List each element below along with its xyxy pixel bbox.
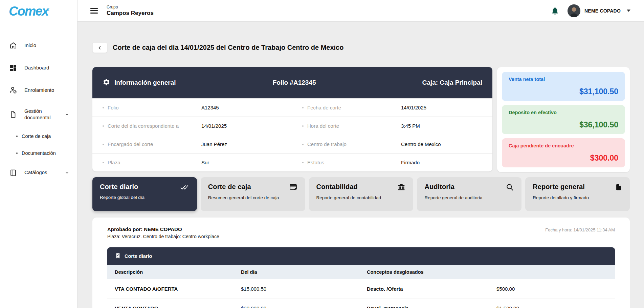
info-row: Plaza Sur Estatus Firmado [92, 153, 492, 171]
card-label: Caja pendiente de encuadre [509, 143, 618, 148]
table-row: VENTA CONTADO $20,000.00 Devol. mercanci… [107, 299, 615, 308]
info-value: 3:45 PM [401, 123, 482, 129]
sidebar-subitem-label: Corte de caja [22, 134, 51, 139]
caret-down-icon [627, 9, 630, 12]
table-title: Corte diario [125, 253, 152, 259]
person-check-icon [9, 86, 18, 95]
info-panel-title: Información general [114, 79, 176, 86]
bullet-dot [16, 136, 18, 137]
info-row: Folio A12345 Fecha de corte 14/01/2025 [92, 98, 492, 117]
row-descripcion: VENTA CONTADO [115, 305, 241, 308]
sidebar-item-gestion-documental[interactable]: Gestión documental [0, 101, 77, 128]
tab-corte-de-caja[interactable]: Corte de caja Resumen general del corte … [201, 177, 305, 211]
report-tabs: Corte diario Reporte global del día Cort… [92, 177, 630, 211]
comex-logo: Comex. [0, 0, 77, 19]
tab-corte-diario[interactable]: Corte diario Reporte global del día [92, 177, 197, 211]
book-icon [9, 168, 18, 177]
group-label: Grupo [107, 5, 154, 9]
approved-by: Aprobado por: NEME COPADO [107, 226, 219, 232]
column-header: Del día [241, 269, 367, 275]
top-header: Grupo Campos Reyeros NEME COPADO [77, 0, 644, 22]
sidebar-item-catalogos[interactable]: Catálogos [0, 162, 77, 184]
group-name: Campos Reyeros [107, 10, 154, 17]
info-value: A12345 [201, 105, 302, 110]
group-block: Grupo Campos Reyeros [107, 5, 154, 17]
sidebar-item-label: Gestión documental [24, 108, 58, 121]
user-name: NEME COPADO [584, 8, 621, 14]
row-del-dia: $15,000.50 [241, 286, 367, 292]
table-header-row: Descripción Del día Conceptos desglosado… [107, 265, 615, 279]
sidebar-item-corte-de-caja[interactable]: Corte de caja [0, 128, 77, 145]
bookmark-icon [615, 183, 622, 191]
info-label: Plaza [103, 160, 201, 165]
sidebar-item-enrolamiento[interactable]: Enrolamiento [0, 79, 77, 101]
sidebar-item-label: Dashboard [24, 65, 49, 71]
sidebar-nav: Inicio Dashboard Enrolamiento Gestión do… [0, 34, 77, 184]
info-panel-header: Información general Folio #A12345 Caja: … [92, 67, 492, 98]
info-value: Firmado [401, 160, 482, 165]
bullet-dot [16, 152, 18, 154]
info-label: Hora del corte [302, 123, 401, 129]
info-label: Estatus [302, 160, 401, 165]
tab-contabilidad[interactable]: Contabilidad Reporte general de contabil… [309, 177, 414, 211]
document-icon [9, 110, 18, 119]
gear-icon [103, 78, 110, 87]
info-value: Juan Pérez [201, 141, 302, 147]
info-panel: Información general Folio #A12345 Caja: … [92, 67, 492, 171]
row-descripcion: VTA CONTADO A/OFERTA [115, 286, 241, 292]
info-value: Sur [201, 160, 302, 165]
tab-reporte-general[interactable]: Reporte general Reporte detallado y firm… [525, 177, 630, 211]
back-button[interactable] [92, 42, 107, 53]
column-header: Conceptos desglosados [367, 269, 496, 275]
double-check-icon [179, 183, 190, 191]
sidebar-subitem-label: Documentación [22, 150, 56, 156]
folio-header: Folio #A12345 [231, 79, 357, 86]
sidebar-item-dashboard[interactable]: Dashboard [0, 57, 77, 79]
row-monto: $500.00 [496, 286, 607, 292]
column-header: Descripción [115, 269, 241, 275]
sidebar-item-label: Enrolamiento [24, 87, 54, 94]
info-label: Fecha de corte [302, 105, 401, 110]
bank-icon [397, 183, 406, 191]
info-label: Folio [103, 105, 201, 110]
summary-panel: Venta neta total $31,100.50 Deposito en … [497, 67, 630, 172]
card-value: $36,100.50 [509, 120, 618, 129]
card-label: Deposito en efectivo [509, 110, 618, 115]
info-value: Centro de Mexico [401, 141, 482, 147]
card-label: Venta neta total [509, 77, 618, 82]
sidebar-item-inicio[interactable]: Inicio [0, 34, 77, 57]
caja-pendiente-card: Caja pendiente de encuadre $300.00 [502, 138, 625, 167]
row-concepto: Descto. /Oferta [367, 286, 496, 292]
info-value: 14/01/2025 [201, 123, 302, 129]
deposito-efectivo-card: Deposito en efectivo $36,100.50 [502, 105, 625, 134]
row-concepto: Devol. mercancia [367, 305, 496, 308]
info-label: Corte del día correspondiente a [103, 123, 201, 129]
row-monto: $1,500.00 [496, 305, 607, 308]
sidebar-item-label: Inicio [24, 42, 36, 49]
card-value: $31,100.50 [509, 87, 618, 96]
chevron-up-icon [64, 112, 70, 117]
sidebar: Comex. Inicio Dashboard Enrolamiento Ges… [0, 0, 77, 308]
bookmark-check-icon [115, 252, 121, 261]
hamburger-menu-icon[interactable] [90, 8, 98, 14]
location-line: Plaza: Veracruz. Centro de trabajo: Cent… [107, 234, 219, 239]
chevron-down-icon [64, 170, 70, 176]
home-icon [9, 41, 18, 50]
main-content: Corte de caja del día 14/01/2025 del Cen… [77, 0, 644, 308]
title-row: Corte de caja del día 14/01/2025 del Cen… [92, 42, 630, 53]
dashboard-icon [9, 63, 18, 72]
user-menu[interactable]: NEME COPADO [568, 4, 630, 17]
card-check-icon [289, 183, 298, 191]
venta-neta-card: Venta neta total $31,100.50 [502, 72, 625, 101]
info-row: Corte del día correspondiente a 14/01/20… [92, 117, 492, 135]
row-del-dia: $20,000.00 [241, 305, 367, 308]
caja-header: Caja: Caja Principal [357, 79, 482, 86]
sidebar-item-documentacion[interactable]: Documentación [0, 145, 77, 162]
avatar [568, 4, 580, 17]
search-icon [506, 183, 514, 191]
sidebar-item-label: Catálogos [24, 169, 47, 176]
page-title: Corte de caja del día 14/01/2025 del Cen… [113, 44, 343, 52]
table-row: VTA CONTADO A/OFERTA $15,000.50 Descto. … [107, 279, 615, 299]
bell-icon[interactable] [551, 6, 559, 15]
tab-auditoria[interactable]: Auditoria Reporte general de auditoria [417, 177, 521, 211]
